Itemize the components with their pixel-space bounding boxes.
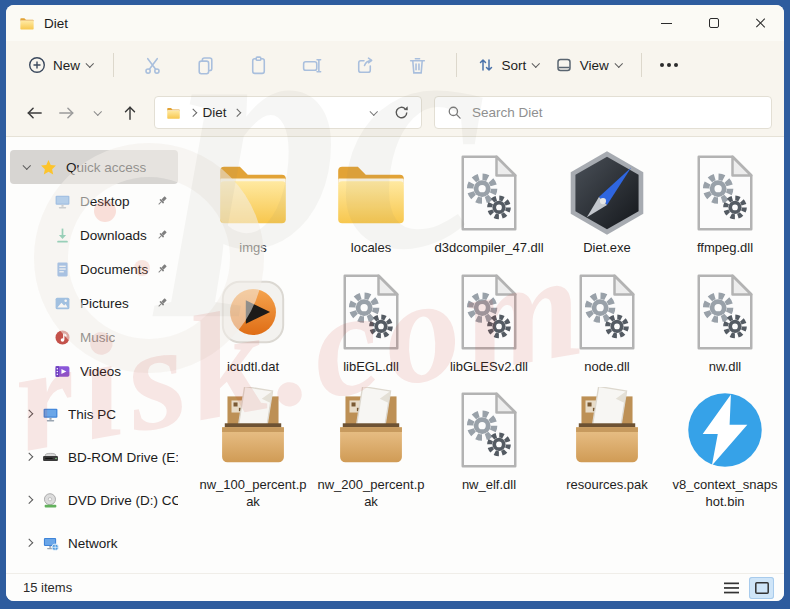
minimize-button[interactable] (643, 5, 690, 41)
expander-chevron[interactable] (22, 540, 36, 546)
sidebar-item-dvd-drive[interactable]: DVD Drive (D:) CCCC (10, 483, 178, 517)
file-item[interactable]: nw.dll (666, 266, 784, 376)
dll-file-icon (449, 266, 529, 358)
sidebar-item-this-pc[interactable]: This PC (10, 397, 178, 431)
back-button[interactable] (18, 97, 50, 129)
window-frame: Diet New (0, 0, 790, 609)
breadcrumb-item[interactable]: Diet (203, 105, 227, 120)
file-item[interactable]: libEGL.dll (312, 266, 430, 376)
forward-button[interactable] (50, 97, 82, 129)
breadcrumb[interactable]: Diet (154, 96, 422, 129)
sort-button[interactable]: Sort (469, 50, 547, 80)
recent-locations-button[interactable] (82, 97, 114, 129)
dll-file-icon (331, 266, 411, 358)
view-button[interactable]: View (547, 50, 630, 80)
paste-button[interactable] (242, 50, 275, 81)
list-view-button[interactable] (719, 577, 744, 599)
file-item[interactable]: node.dll (548, 266, 666, 376)
copy-icon (195, 55, 216, 76)
large-icons-view-button[interactable] (749, 577, 774, 599)
expander-chevron[interactable] (22, 454, 36, 460)
dll-file-icon (449, 384, 529, 476)
dll-file-icon (567, 266, 647, 358)
file-item[interactable]: Diet.exe (548, 147, 666, 257)
sidebar-item-label: This PC (68, 407, 116, 422)
close-button[interactable] (737, 5, 784, 41)
chevron-down-icon (94, 107, 102, 115)
new-button[interactable]: New (20, 50, 101, 80)
share-icon (354, 55, 375, 76)
file-name: locales (351, 240, 391, 257)
maximize-button[interactable] (690, 5, 737, 41)
scissors-icon (142, 55, 163, 76)
sidebar-item-downloads[interactable]: Downloads (10, 218, 178, 252)
chevron-right-icon[interactable] (232, 109, 240, 117)
sidebar-item-music[interactable]: Music (10, 320, 178, 354)
file-item[interactable]: locales (312, 147, 430, 257)
pin-icon (156, 263, 168, 275)
copy-button[interactable] (189, 50, 222, 81)
maximize-icon (709, 18, 719, 28)
explorer-window: Diet New (6, 5, 784, 601)
items-count: 15 items (23, 580, 72, 595)
folder-icon (209, 147, 297, 239)
new-button-label: New (53, 58, 80, 73)
file-item[interactable]: ffmpeg.dll (666, 147, 784, 257)
refresh-button[interactable] (392, 103, 411, 122)
up-button[interactable] (114, 97, 146, 129)
file-name: nw.dll (709, 359, 742, 376)
ellipsis-icon (660, 63, 664, 67)
file-name: nw_elf.dll (462, 477, 516, 494)
toolbar-divider (641, 53, 642, 77)
file-item[interactable]: resources.pak (548, 384, 666, 510)
sidebar-item-label: Quick access (66, 160, 146, 175)
dvd-icon (42, 492, 59, 509)
file-item[interactable]: icudtl.dat (194, 266, 312, 376)
sidebar-item-desktop[interactable]: Desktop (10, 184, 178, 218)
address-dropdown-icon[interactable] (369, 107, 377, 115)
delete-button[interactable] (401, 50, 434, 81)
file-name: resources.pak (566, 477, 648, 494)
search-input[interactable] (472, 105, 759, 120)
chevron-right-icon (25, 410, 33, 418)
rename-button[interactable] (295, 50, 328, 81)
cut-button[interactable] (136, 50, 169, 81)
sidebar-item-bd-rom[interactable]: BD-ROM Drive (E:) C (10, 440, 178, 474)
expander-chevron[interactable] (20, 164, 34, 170)
sidebar-item-documents[interactable]: Documents (10, 252, 178, 286)
file-name: node.dll (584, 359, 630, 376)
this-pc-icon (42, 406, 59, 423)
file-item[interactable]: v8_context_snapshot.bin (666, 384, 784, 510)
toolbar-divider (113, 53, 114, 77)
clipboard-icon (248, 55, 269, 76)
view-square-icon (555, 56, 573, 74)
file-item[interactable]: nw_200_percent.pak (312, 384, 430, 510)
sidebar-item-quick-access[interactable]: Quick access (10, 150, 178, 184)
expander-chevron[interactable] (22, 411, 36, 417)
file-item[interactable]: imgs (194, 147, 312, 257)
sidebar-item-videos[interactable]: Videos (10, 354, 178, 388)
title-bar[interactable]: Diet (6, 5, 784, 41)
sidebar-item-label: BD-ROM Drive (E:) C (68, 450, 178, 465)
file-item[interactable]: nw_elf.dll (430, 384, 548, 510)
status-bar: 15 items (6, 573, 784, 601)
search-box[interactable] (434, 96, 772, 129)
share-button[interactable] (348, 50, 381, 81)
videos-icon (54, 363, 71, 380)
sidebar-item-network[interactable]: Network (10, 526, 178, 560)
chevron-right-icon[interactable] (189, 109, 197, 117)
expander-chevron[interactable] (22, 497, 36, 503)
file-item[interactable]: libGLESv2.dll (430, 266, 548, 376)
file-item[interactable]: d3dcompiler_47.dll (430, 147, 548, 257)
sidebar-item-label: DVD Drive (D:) CCCC (68, 493, 178, 508)
pin-icon (156, 297, 168, 309)
file-name: imgs (239, 240, 266, 257)
folder-icon (18, 15, 36, 32)
list-view-icon (724, 582, 739, 594)
more-options-button[interactable] (654, 58, 686, 72)
sidebar-item-pictures[interactable]: Pictures (10, 286, 178, 320)
file-item[interactable]: nw_100_percent.pak (194, 384, 312, 510)
sort-button-label: Sort (502, 58, 527, 73)
dll-file-icon (685, 147, 765, 239)
sidebar-item-label: Desktop (80, 194, 130, 209)
